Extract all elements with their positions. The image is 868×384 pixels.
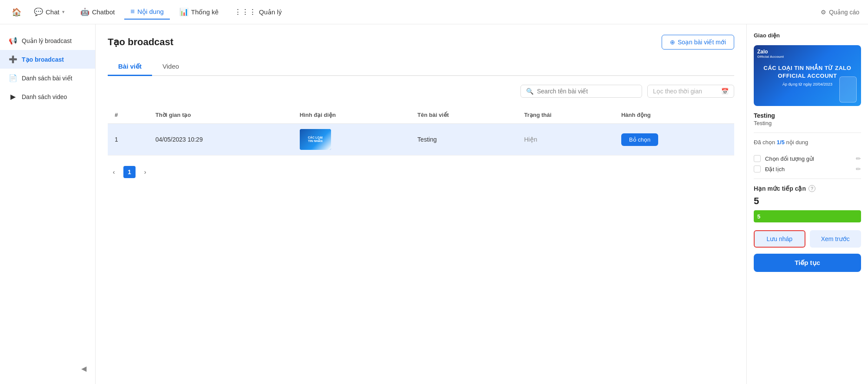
cell-num: 1 <box>108 124 149 156</box>
checkbox-chon-doi-tuong[interactable] <box>754 155 761 162</box>
ads-icon: ⚙ <box>821 9 826 16</box>
col-name: Tên bài viết <box>411 106 517 124</box>
main-content-area: Tạo broadcast ⊕ Soạn bài viết mới Bài vi… <box>96 24 746 384</box>
search-box[interactable]: 🔍 <box>520 85 642 98</box>
panel-divider-1 <box>754 132 861 133</box>
page-title: Tạo broadcast <box>108 36 173 48</box>
video-list-icon: ▶ <box>9 93 17 101</box>
panel-checkboxes: Chọn đối tượng gửi ✏ Đặt lịch ✏ <box>754 152 861 172</box>
nav-item-quanly[interactable]: ⋮⋮⋮ Quản lý <box>228 5 288 19</box>
col-time: Thời gian tạo <box>149 106 293 124</box>
nav-item-chat[interactable]: 💬 Chat ▾ <box>28 5 71 19</box>
prev-icon: ‹ <box>113 169 115 175</box>
collapse-icon: ◀ <box>81 364 86 373</box>
pagination: ‹ 1 › <box>108 164 734 180</box>
main-layout: 📢 Quản lý broadcast ➕ Tạo broadcast 📄 Da… <box>0 24 868 384</box>
nav-item-chatbot[interactable]: 🤖 Chatbot <box>74 5 121 19</box>
han-muc-section: Hạn mức tiếp cận ? 5 5 <box>754 185 861 222</box>
sidebar-item-tao-broadcast[interactable]: ➕ Tạo broadcast <box>0 50 95 69</box>
xem-truoc-button[interactable]: Xem trước <box>810 230 861 248</box>
cell-time: 04/05/2023 10:29 <box>149 124 293 156</box>
cell-post-name: Testing <box>411 124 517 156</box>
noidung-icon: ≡ <box>130 7 135 16</box>
selected-info: Đã chọn 1/5 nội dung <box>754 139 861 146</box>
thumbnail-image: CÁC LOẠITIN NHẮN <box>300 129 331 150</box>
search-icon: 🔍 <box>526 88 533 95</box>
han-muc-title: Hạn mức tiếp cận ? <box>754 185 861 192</box>
content-tabs: Bài viết Video <box>108 58 734 76</box>
sidebar-collapse-button[interactable]: ◀ <box>0 360 95 377</box>
nav-ads-button[interactable]: ⚙ Quảng cáo <box>821 9 859 16</box>
article-list-icon: 📄 <box>9 74 17 82</box>
panel-divider-2 <box>754 179 861 179</box>
col-thumbnail: Hình đại diện <box>293 106 411 124</box>
sidebar-item-danh-sach-video[interactable]: ▶ Danh sách video <box>0 87 95 106</box>
quanly-icon: ⋮⋮⋮ <box>234 7 256 17</box>
content-table: # Thời gian tạo Hình đại diện Tên bài vi… <box>108 106 734 156</box>
tab-bai-viet[interactable]: Bài viết <box>108 58 152 76</box>
plus-circle-icon: ⊕ <box>670 39 675 46</box>
luu-nhap-button[interactable]: Lưu nháp <box>754 230 805 248</box>
col-action: Hành động <box>614 106 734 124</box>
filter-bar: 🔍 Lọc theo thời gian 📅 <box>108 85 734 98</box>
page-number-1[interactable]: 1 <box>123 166 136 178</box>
zalo-logo-text: Zalo <box>757 49 784 55</box>
col-status: Trạng thái <box>517 106 614 124</box>
giao-dien-title: Giao diện <box>754 31 861 39</box>
checkbox-row-dat-lich: Đặt lịch ✏ <box>754 166 861 172</box>
chat-icon: 💬 <box>34 7 43 17</box>
table-header-row: # Thời gian tạo Hình đại diện Tên bài vi… <box>108 106 734 124</box>
table-row: 1 04/05/2023 10:29 CÁC LOẠITIN NHẮN Test… <box>108 124 734 156</box>
panel-post-subtitle: Testing <box>754 120 861 126</box>
sidebar-item-quan-ly-broadcast[interactable]: 📢 Quản lý broadcast <box>0 31 95 50</box>
cell-action: Bỏ chọn <box>614 124 734 156</box>
bochon-button[interactable]: Bỏ chọn <box>621 133 658 146</box>
phone-mockup <box>839 76 857 103</box>
calendar-icon: 📅 <box>721 88 729 95</box>
progress-bar-background: 5 <box>754 210 861 222</box>
search-input[interactable] <box>537 88 636 95</box>
right-panel: Giao diện Zalo Official Account CÁC LOẠI… <box>746 24 868 384</box>
cell-thumbnail: CÁC LOẠITIN NHẮN <box>293 124 411 156</box>
han-muc-value: 5 <box>754 195 861 207</box>
panel-post-title: Testing <box>754 112 861 119</box>
edit-dat-lich-icon[interactable]: ✏ <box>856 166 861 172</box>
date-filter[interactable]: Lọc theo thời gian 📅 <box>647 85 734 98</box>
sidebar-item-danh-sach-bai-viet[interactable]: 📄 Danh sách bài viết <box>0 69 95 87</box>
chat-dropdown-icon: ▾ <box>62 9 65 15</box>
home-button[interactable]: 🏠 <box>9 4 24 20</box>
sidebar: 📢 Quản lý broadcast ➕ Tạo broadcast 📄 Da… <box>0 24 96 384</box>
checkbox-label-doi-tuong: Chọn đối tượng gửi <box>765 156 851 162</box>
nav-item-noidung[interactable]: ≡ Nội dung <box>124 5 170 20</box>
han-muc-help-icon[interactable]: ? <box>808 185 815 192</box>
checkbox-dat-lich[interactable] <box>754 166 761 172</box>
panel-action-buttons: Lưu nháp Xem trước <box>754 230 861 248</box>
tab-video[interactable]: Video <box>152 58 189 76</box>
col-num: # <box>108 106 149 124</box>
broadcast-manage-icon: 📢 <box>9 36 17 45</box>
status-badge: Hiện <box>524 136 537 143</box>
zalo-logo-area: Zalo Official Account <box>757 49 784 59</box>
prev-page-button[interactable]: ‹ <box>108 166 120 178</box>
tiep-tuc-button[interactable]: Tiếp tục <box>754 254 861 272</box>
page-header: Tạo broadcast ⊕ Soạn bài viết mới <box>108 35 734 50</box>
next-icon: › <box>144 169 146 175</box>
thongke-icon: 📊 <box>179 7 189 17</box>
checkbox-label-dat-lich: Đặt lịch <box>765 166 851 172</box>
checkbox-row-doi-tuong: Chọn đối tượng gửi ✏ <box>754 155 861 162</box>
chatbot-icon: 🤖 <box>80 7 89 17</box>
create-post-button[interactable]: ⊕ Soạn bài viết mới <box>662 35 734 50</box>
nav-item-thongke[interactable]: 📊 Thống kê <box>173 5 225 19</box>
panel-preview-image: Zalo Official Account CÁC LOẠI TIN NHẮN … <box>754 45 861 106</box>
thumbnail-inner: CÁC LOẠITIN NHẮN <box>300 129 331 150</box>
cell-status: Hiện <box>517 124 614 156</box>
panel-post-info: Testing Testing <box>754 112 861 126</box>
next-page-button[interactable]: › <box>139 166 151 178</box>
edit-doi-tuong-icon[interactable]: ✏ <box>856 155 861 162</box>
progress-bar-fill: 5 <box>754 210 861 222</box>
create-broadcast-icon: ➕ <box>9 55 17 63</box>
zalo-oa-subtitle: Official Account <box>757 55 784 59</box>
top-navigation: 🏠 💬 Chat ▾ 🤖 Chatbot ≡ Nội dung 📊 Thống … <box>0 0 868 24</box>
